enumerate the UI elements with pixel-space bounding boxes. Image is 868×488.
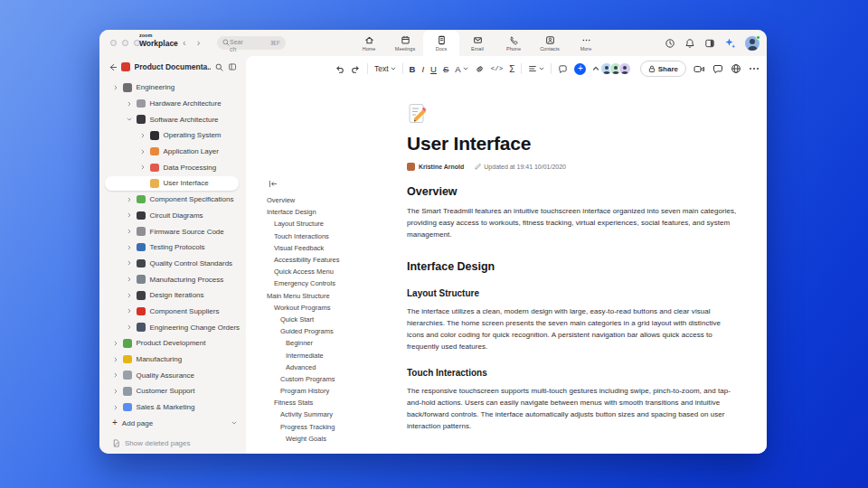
outline-item-accessibility-features[interactable]: Accessibility Features [267, 254, 402, 266]
sidebar-item-hardware-architecture[interactable]: Hardware Architecture [99, 96, 246, 112]
sidebar-item-engineering[interactable]: Engineering [99, 80, 246, 96]
insert-plus-button[interactable]: + [574, 63, 586, 75]
sidebar-item-testing-protocols[interactable]: Testing Protocols [99, 239, 246, 256]
outline-item-custom-programs[interactable]: Custom Programs [267, 373, 402, 385]
doc-heading-touch-interactions[interactable]: Touch Interactions [407, 368, 737, 378]
tab-contacts[interactable]: Contacts [532, 30, 568, 56]
outline-item-workout-programs[interactable]: Workout Programs [267, 302, 402, 314]
share-button[interactable]: Share [640, 61, 686, 77]
outline-item-program-history[interactable]: Program History [267, 385, 402, 397]
sidebar-item-engineering-change-orders[interactable]: Engineering Change Orders [99, 319, 246, 335]
outline-item-touch-interactions[interactable]: Touch Interactions [267, 230, 402, 242]
chevron-right-icon[interactable] [126, 245, 132, 250]
chevron-right-icon[interactable] [126, 101, 132, 107]
chevron-down-icon[interactable] [126, 117, 132, 122]
link-icon[interactable] [475, 64, 485, 74]
chevron-right-icon[interactable] [112, 405, 118, 410]
doc-heading-layout-structure[interactable]: Layout Structure [407, 288, 737, 298]
tab-email[interactable]: Email [459, 30, 495, 56]
window-close-button[interactable] [110, 40, 117, 46]
formula-icon[interactable]: Σ [509, 64, 514, 74]
outline-item-guided-programs[interactable]: Guided Programs [267, 325, 402, 337]
chevron-right-icon[interactable] [126, 324, 132, 330]
outline-item-beginner[interactable]: Beginner [267, 337, 402, 349]
tab-more[interactable]: More [568, 30, 604, 56]
chevron-right-icon[interactable] [112, 357, 118, 362]
underline-button[interactable]: U [430, 64, 437, 74]
sidebar-item-firmware-source-code[interactable]: Firmware Source Code [99, 223, 246, 239]
redo-button[interactable] [351, 64, 361, 74]
outline-item-intermediate[interactable]: Intermediate [267, 349, 402, 361]
sidebar-item-design-iterations[interactable]: Design Iterations [99, 287, 246, 304]
sidebar-item-operating-system[interactable]: Operating System [99, 127, 246, 144]
outline-item-quick-access-menu[interactable]: Quick Access Menu [267, 266, 402, 277]
sidebar-item-sales-marketing[interactable]: Sales & Marketing [99, 399, 246, 416]
sidebar-item-data-processing[interactable]: Data Processing [99, 159, 246, 175]
italic-button[interactable]: I [421, 64, 424, 74]
outline-item-quick-start[interactable]: Quick Start [267, 314, 402, 325]
ai-companion-sparkle-icon[interactable] [724, 37, 736, 49]
chevron-right-icon[interactable] [112, 372, 118, 378]
sidebar-item-application-layer[interactable]: Application Layer [99, 144, 246, 160]
outline-item-advanced[interactable]: Advanced [267, 361, 402, 373]
text-style-dropdown[interactable]: Text [374, 64, 396, 73]
show-deleted-pages-button[interactable]: Show deleted pages [99, 435, 246, 451]
sidebar-item-software-architecture[interactable]: Software Architecture [99, 111, 246, 127]
doc-paragraph[interactable]: The interface utilizes a clean, modern d… [407, 305, 737, 352]
chevron-right-icon[interactable] [112, 341, 118, 346]
sidebar-item-circuit-diagrams[interactable]: Circuit Diagrams [99, 208, 246, 224]
outline-item-overview[interactable]: Overview [267, 194, 402, 206]
outline-item-weight-goals[interactable]: Weight Goals [267, 433, 402, 445]
doc-heading-overview[interactable]: Overview [407, 185, 737, 198]
nav-back-button[interactable]: ‹ [183, 36, 186, 49]
chevron-right-icon[interactable] [139, 149, 146, 155]
sidebar-item-component-specifications[interactable]: Component Specifications [99, 192, 246, 208]
chevron-down-icon[interactable] [231, 420, 237, 426]
doc-paragraph[interactable]: The responsive touchscreen supports mult… [407, 385, 737, 432]
outline-item-interface-design[interactable]: Interface Design [267, 206, 402, 218]
outline-item-main-menu-structure[interactable]: Main Menu Structure [267, 290, 402, 302]
video-camera-icon[interactable] [693, 64, 705, 74]
sidebar-item-manufacturing[interactable]: Manufacturing [99, 352, 246, 368]
chevron-right-icon[interactable] [112, 389, 118, 394]
sidebar-item-product-development[interactable]: Product Development [99, 335, 246, 352]
nav-forward-button[interactable]: › [197, 36, 201, 49]
tab-meetings[interactable]: Meetings [387, 30, 423, 56]
outline-item-fitness-stats[interactable]: Fitness Stats [267, 397, 402, 408]
chevron-right-icon[interactable] [126, 293, 132, 298]
window-minimize-button[interactable] [122, 40, 128, 46]
tab-home[interactable]: Home [351, 30, 387, 56]
tab-phone[interactable]: Phone [495, 30, 532, 56]
chevron-right-icon[interactable] [126, 277, 132, 282]
alignment-dropdown[interactable] [528, 64, 544, 73]
doc-heading-interface-design[interactable]: Interface Design [407, 260, 737, 273]
sidebar-search-icon[interactable] [215, 63, 223, 71]
chevron-right-icon[interactable] [126, 260, 132, 266]
chat-bubble-icon[interactable] [712, 64, 723, 74]
code-icon[interactable]: </> [491, 65, 504, 72]
sidebar-item-manufacturing-process[interactable]: Manufacturing Process [99, 271, 246, 287]
sidebar-item-user-interface[interactable]: User Interface [99, 175, 246, 192]
chevron-right-icon[interactable] [112, 85, 118, 90]
doc-paragraph[interactable]: The Smart Treadmill features an intuitiv… [407, 205, 737, 240]
more-options-icon[interactable] [749, 67, 760, 70]
chevron-right-icon[interactable] [126, 197, 132, 202]
outline-item-progress-tracking[interactable]: Progress Tracking [267, 421, 402, 433]
collapse-outline-icon[interactable] [269, 180, 278, 188]
sidebar-item-customer-support[interactable]: Customer Support [99, 383, 246, 399]
global-search-input[interactable]: Search ⌘F [217, 36, 286, 50]
sidebar-item-quality-control-standards[interactable]: Quality Control Standards [99, 256, 246, 272]
collapse-toolbar-icon[interactable] [592, 65, 599, 72]
memo-icon[interactable] [407, 103, 429, 125]
notifications-bell-icon[interactable] [684, 38, 695, 49]
side-panel-icon[interactable] [704, 38, 715, 49]
chevron-right-icon[interactable] [126, 308, 132, 314]
outline-item-visual-feedback[interactable]: Visual Feedback [267, 242, 402, 254]
sidebar-item-quality-assurance[interactable]: Quality Assurance [99, 367, 246, 383]
chevron-right-icon[interactable] [126, 212, 132, 218]
history-icon[interactable] [665, 38, 675, 49]
add-page-button[interactable]: + Add page [99, 415, 246, 431]
back-arrow-icon[interactable] [108, 63, 117, 71]
globe-icon[interactable] [731, 63, 741, 74]
collaborator-avatar-3[interactable] [618, 62, 631, 75]
